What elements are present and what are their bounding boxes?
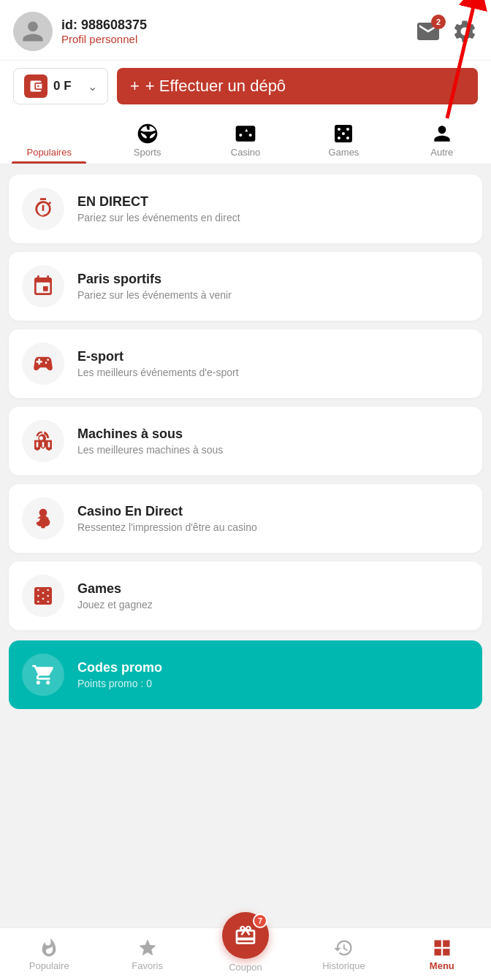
menu-item-games[interactable]: Games Jouez et gagnez [9, 562, 482, 630]
bottom-nav-historique-label: Historique [322, 960, 365, 971]
mail-badge: 2 [431, 15, 446, 29]
bottom-nav-favoris[interactable]: Favoris [98, 930, 196, 974]
bottom-nav-favoris-label: Favoris [132, 960, 163, 971]
cart-icon [22, 654, 64, 696]
paris-sportifs-desc: Pariez sur les événements à venir [77, 289, 232, 301]
tab-sports[interactable]: Sports [98, 115, 196, 164]
header: id: 988608375 Profil personnel 2 [0, 0, 491, 60]
bottom-nav-menu[interactable]: Menu [393, 930, 491, 974]
promo-banner[interactable]: Codes promo Points promo : 0 [9, 640, 482, 709]
main-content: EN DIRECT Pariez sur les événements en d… [0, 164, 491, 640]
tab-autre-label: Autre [430, 147, 453, 158]
casino-direct-title: Casino En Direct [77, 504, 257, 519]
tab-autre[interactable]: Autre [393, 115, 491, 164]
machines-text: Machines à sous Les meilleures machines … [77, 426, 223, 456]
promo-desc: Points promo : 0 [77, 678, 162, 689]
paris-sportifs-text: Paris sportifs Pariez sur les événements… [77, 272, 232, 301]
coupon-circle: 7 [222, 912, 269, 959]
promo-title: Codes promo [77, 660, 162, 675]
deposit-label: + Effectuer un dépô [145, 77, 286, 96]
header-icons: 2 [415, 18, 478, 45]
tab-casino-label: Casino [231, 147, 260, 158]
calendar-icon [22, 265, 64, 307]
tab-sports-label: Sports [134, 147, 161, 158]
menu-item-en-direct[interactable]: EN DIRECT Pariez sur les événements en d… [9, 175, 482, 243]
bottom-nav-coupon[interactable]: 7 Coupon [197, 912, 294, 976]
bottom-nav: Populaire Favoris 7 Coupon Historique Me… [0, 927, 491, 980]
casino-direct-text: Casino En Direct Ressentez l'impression … [77, 504, 257, 533]
tab-games[interactable]: Games [294, 115, 392, 164]
e-sport-text: E-sport Les meilleurs événements d'e-spo… [77, 349, 239, 378]
machines-desc: Les meilleures machines à sous [77, 444, 223, 456]
wallet-icon [24, 74, 47, 98]
avatar [13, 12, 53, 51]
user-info: id: 988608375 Profil personnel [61, 18, 147, 45]
casino-direct-desc: Ressentez l'impression d'être au casino [77, 521, 257, 533]
bottom-nav-populaire-label: Populaire [29, 960, 69, 971]
bottom-nav-historique[interactable]: Historique [294, 930, 392, 974]
gamepad-icon [22, 342, 64, 385]
dice-icon [22, 575, 64, 617]
mail-button[interactable]: 2 [415, 18, 441, 45]
menu-item-paris-sportifs[interactable]: Paris sportifs Pariez sur les événements… [9, 252, 482, 321]
tab-populaires[interactable]: Populaires [0, 138, 98, 164]
timer-icon [22, 188, 64, 230]
en-direct-desc: Pariez sur les événements en direct [77, 212, 240, 223]
chevron-down-icon: ⌄ [88, 80, 97, 93]
games-title: Games [77, 581, 153, 597]
deposit-button[interactable]: + + Effectuer un dépô [117, 68, 478, 104]
e-sport-desc: Les meilleurs événements d'e-sport [77, 367, 239, 378]
bottom-nav-populaire[interactable]: Populaire [0, 930, 98, 974]
balance-bar: 0 F ⌄ + + Effectuer un dépô [0, 60, 491, 115]
user-profile-link[interactable]: Profil personnel [61, 33, 147, 45]
en-direct-title: EN DIRECT [77, 194, 240, 210]
balance-selector[interactable]: 0 F ⌄ [13, 68, 108, 104]
menu-item-e-sport[interactable]: E-sport Les meilleurs événements d'e-spo… [9, 329, 482, 398]
balance-amount: 0 F [53, 79, 82, 93]
tab-casino[interactable]: Casino [197, 115, 294, 164]
menu-item-casino-direct[interactable]: Casino En Direct Ressentez l'impression … [9, 484, 482, 553]
bottom-nav-menu-label: Menu [430, 960, 454, 971]
paris-sportifs-title: Paris sportifs [77, 272, 232, 287]
cherry-icon [22, 420, 64, 462]
promo-text: Codes promo Points promo : 0 [77, 660, 162, 689]
tab-games-label: Games [328, 147, 359, 158]
spade-icon [22, 497, 64, 540]
plus-icon: + [130, 77, 140, 96]
games-text: Games Jouez et gagnez [77, 581, 153, 610]
menu-item-machines[interactable]: Machines à sous Les meilleures machines … [9, 407, 482, 475]
tab-populaires-label: Populaires [26, 147, 71, 158]
bottom-nav-coupon-label: Coupon [229, 962, 262, 973]
user-id: id: 988608375 [61, 18, 147, 33]
games-desc: Jouez et gagnez [77, 599, 153, 610]
nav-tabs: Populaires Sports Casino Games Autre [0, 115, 491, 164]
machines-title: Machines à sous [77, 426, 223, 442]
settings-button[interactable] [452, 18, 478, 45]
e-sport-title: E-sport [77, 349, 239, 364]
header-left: id: 988608375 Profil personnel [13, 12, 147, 51]
en-direct-text: EN DIRECT Pariez sur les événements en d… [77, 194, 240, 223]
coupon-badge: 7 [253, 914, 267, 928]
